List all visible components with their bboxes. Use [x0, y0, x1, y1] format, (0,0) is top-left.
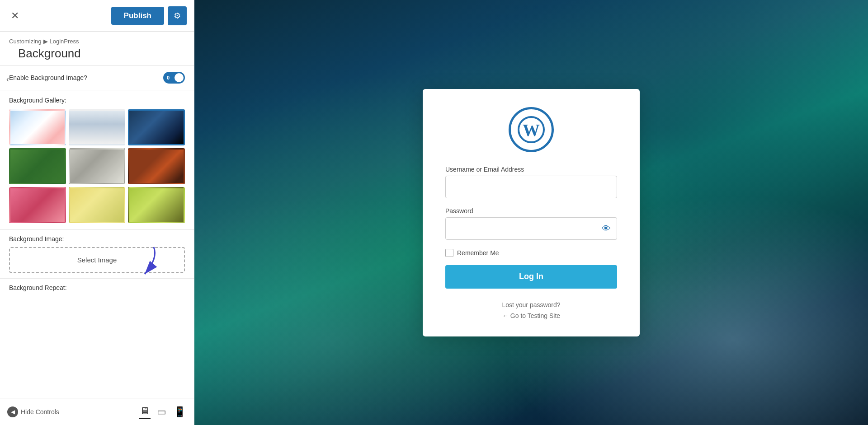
- mobile-icon[interactable]: 📱: [173, 404, 187, 419]
- gallery-item-2[interactable]: [69, 109, 126, 145]
- testing-site-link[interactable]: ← Go to Testing Site: [445, 312, 617, 319]
- close-button[interactable]: ✕: [7, 8, 23, 23]
- eye-icon[interactable]: 👁: [602, 223, 611, 234]
- gallery-item-3[interactable]: [128, 109, 185, 145]
- gallery-item-4[interactable]: [9, 148, 66, 184]
- toggle-label: 0: [167, 75, 170, 80]
- bg-image-section: Background Image: Select Image: [0, 229, 194, 278]
- gear-button[interactable]: ⚙: [168, 6, 187, 25]
- bg-repeat-title: Background Repeat:: [9, 284, 185, 291]
- login-card: W Username or Email Address Password 👁 R…: [423, 89, 640, 336]
- publish-button[interactable]: Publish: [111, 7, 164, 25]
- panel-header: Customizing ▶ LoginPress Background: [0, 32, 194, 65]
- gallery-item-8[interactable]: [69, 187, 126, 223]
- svg-text:W: W: [523, 121, 540, 140]
- enable-bg-toggle[interactable]: 0: [163, 72, 185, 84]
- bg-image-title: Background Image:: [9, 235, 185, 243]
- lost-password-link[interactable]: Lost your password?: [445, 301, 617, 308]
- hide-controls-icon: ◀: [7, 406, 18, 417]
- password-label: Password: [445, 207, 617, 215]
- hide-controls-label: Hide Controls: [21, 408, 59, 416]
- gallery-item-7[interactable]: [9, 187, 66, 223]
- hide-controls-button[interactable]: ◀ Hide Controls: [7, 406, 59, 417]
- tablet-icon[interactable]: ▭: [156, 404, 167, 419]
- back-button[interactable]: ‹: [0, 70, 15, 89]
- bottom-bar: ◀ Hide Controls 🖥 ▭ 📱: [0, 398, 194, 425]
- gallery-item-9[interactable]: [128, 187, 185, 223]
- gallery-title: Background Gallery:: [9, 97, 185, 104]
- remember-checkbox[interactable]: [445, 249, 453, 257]
- panel-title: Background: [18, 47, 185, 61]
- username-label: Username or Email Address: [445, 166, 617, 173]
- breadcrumb-step2: LoginPress: [50, 38, 79, 45]
- gallery-item-5[interactable]: [69, 148, 126, 184]
- remember-label: Remember Me: [457, 249, 499, 257]
- top-bar: ✕ Publish ⚙: [0, 0, 194, 32]
- panel-content: Enable Background Image? 0 Background Ga…: [0, 65, 194, 398]
- username-input[interactable]: [445, 176, 617, 198]
- publish-area: Publish ⚙: [111, 6, 187, 25]
- gallery-grid: [9, 109, 185, 223]
- device-icons: 🖥 ▭ 📱: [139, 404, 187, 419]
- breadcrumb-arrow: ▶: [43, 38, 48, 45]
- gallery-section: Background Gallery:: [0, 90, 194, 229]
- blue-arrow-annotation: [118, 245, 176, 283]
- login-button[interactable]: Log In: [445, 265, 617, 289]
- right-area: W Username or Email Address Password 👁 R…: [194, 0, 868, 425]
- desktop-icon[interactable]: 🖥: [139, 404, 151, 419]
- enable-bg-row: Enable Background Image? 0: [0, 65, 194, 90]
- wp-logo: W: [445, 107, 617, 152]
- enable-bg-label: Enable Background Image?: [9, 74, 87, 81]
- breadcrumb-step1: Customizing: [9, 38, 42, 45]
- password-input[interactable]: [445, 217, 617, 240]
- password-wrapper: 👁: [445, 217, 617, 240]
- remember-row: Remember Me: [445, 249, 617, 257]
- gallery-item-6[interactable]: [128, 148, 185, 184]
- left-panel: ✕ Publish ⚙ ‹ Customizing ▶ LoginPress B…: [0, 0, 194, 425]
- wp-logo-circle: W: [509, 107, 554, 152]
- gallery-item-1[interactable]: [9, 109, 66, 145]
- login-links: Lost your password? ← Go to Testing Site: [445, 301, 617, 319]
- breadcrumb: Customizing ▶ LoginPress: [9, 38, 185, 45]
